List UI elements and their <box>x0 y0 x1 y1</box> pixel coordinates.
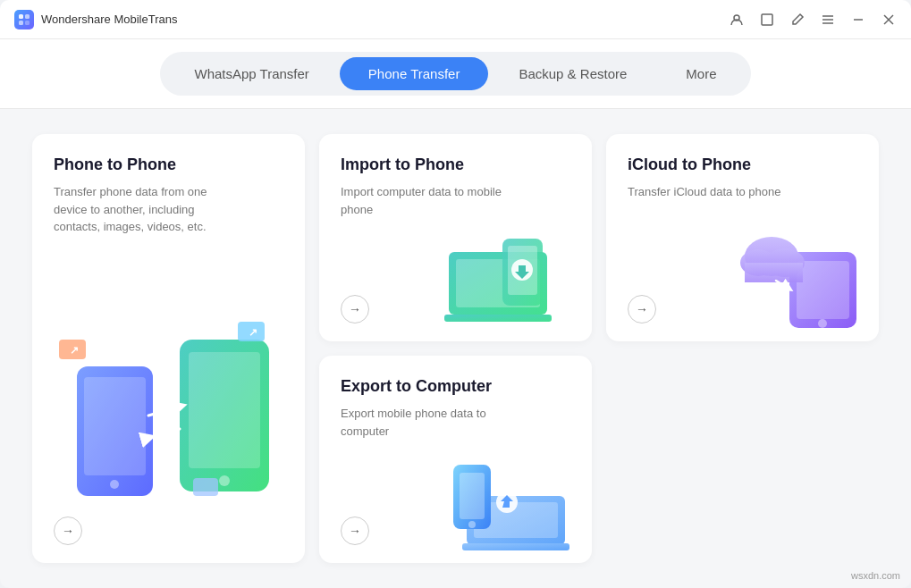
title-bar-left: Wondershare MobileTrans <box>14 10 729 29</box>
card-phone-to-phone-arrow[interactable]: → <box>54 517 82 545</box>
cards-grid: Phone to Phone Transfer phone data from … <box>32 134 879 563</box>
svg-rect-35 <box>745 263 803 282</box>
svg-rect-40 <box>460 473 485 519</box>
svg-point-14 <box>110 480 119 489</box>
close-button[interactable] <box>881 12 897 28</box>
svg-rect-20 <box>193 478 218 496</box>
phone-to-phone-illustration: ↗ ↗ <box>50 313 287 527</box>
svg-rect-5 <box>762 14 772 25</box>
menu-icon[interactable] <box>820 12 836 28</box>
nav-bar: WhatsApp Transfer Phone Transfer Backup … <box>0 39 911 109</box>
tab-more[interactable]: More <box>657 57 745 90</box>
svg-rect-1 <box>25 14 30 19</box>
card-icloud-to-phone[interactable]: iCloud to Phone Transfer iCloud data to … <box>606 134 879 341</box>
svg-text:↗: ↗ <box>70 344 79 357</box>
card-export-desc: Export mobile phone data to computer <box>341 405 502 440</box>
title-bar-controls <box>729 12 897 28</box>
card-phone-to-phone-title: Phone to Phone <box>54 155 283 174</box>
app-title: Wondershare MobileTrans <box>41 13 177 26</box>
import-illustration <box>440 216 583 332</box>
card-phone-to-phone[interactable]: Phone to Phone Transfer phone data from … <box>32 134 305 563</box>
svg-rect-38 <box>462 543 569 550</box>
svg-text:↗: ↗ <box>249 326 257 339</box>
tab-whatsapp-transfer[interactable]: WhatsApp Transfer <box>165 57 337 90</box>
account-icon[interactable] <box>729 12 745 28</box>
card-export-title: Export to Computer <box>341 377 570 396</box>
card-phone-to-phone-desc: Transfer phone data from one device to a… <box>54 183 215 236</box>
tab-backup-restore[interactable]: Backup & Restore <box>490 57 655 90</box>
svg-point-31 <box>818 319 827 328</box>
card-icloud-arrow[interactable]: → <box>628 295 656 323</box>
icloud-illustration <box>727 216 870 332</box>
card-import-desc: Import computer data to mobile phone <box>341 183 502 218</box>
edit-icon[interactable] <box>789 12 806 28</box>
svg-rect-13 <box>84 377 146 475</box>
svg-rect-3 <box>25 21 30 25</box>
nav-tabs: WhatsApp Transfer Phone Transfer Backup … <box>160 52 750 96</box>
card-export-to-computer[interactable]: Export to Computer Export mobile phone d… <box>319 356 592 563</box>
export-illustration <box>440 438 583 554</box>
svg-rect-2 <box>19 21 23 25</box>
svg-rect-0 <box>19 14 23 19</box>
svg-point-17 <box>219 475 230 486</box>
window-icon[interactable] <box>759 12 775 28</box>
title-bar: Wondershare MobileTrans <box>0 0 911 39</box>
card-import-to-phone[interactable]: Import to Phone Import computer data to … <box>319 134 592 341</box>
svg-point-41 <box>468 521 476 528</box>
main-content: Phone to Phone Transfer phone data from … <box>0 109 911 588</box>
card-import-title: Import to Phone <box>341 155 570 174</box>
svg-rect-30 <box>797 261 849 319</box>
minimize-button[interactable] <box>850 12 866 28</box>
card-icloud-title: iCloud to Phone <box>628 155 857 174</box>
svg-rect-25 <box>444 315 552 322</box>
watermark: wsxdn.com <box>851 570 900 581</box>
card-import-arrow[interactable]: → <box>341 295 369 323</box>
card-icloud-desc: Transfer iCloud data to phone <box>628 183 789 201</box>
card-export-arrow[interactable]: → <box>341 517 369 545</box>
tab-phone-transfer[interactable]: Phone Transfer <box>340 57 489 90</box>
svg-rect-16 <box>189 352 260 468</box>
app-window: Wondershare MobileTrans <box>0 0 911 588</box>
app-logo <box>14 10 34 29</box>
